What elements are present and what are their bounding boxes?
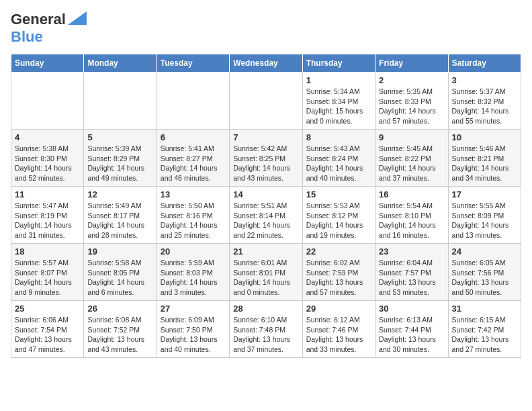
day-info: Sunrise: 5:37 AM Sunset: 8:32 PM Dayligh… [452,87,517,126]
week-row-3: 11Sunrise: 5:47 AM Sunset: 8:19 PM Dayli… [11,187,521,244]
day-info: Sunrise: 6:04 AM Sunset: 7:57 PM Dayligh… [379,258,444,298]
day-info: Sunrise: 6:12 AM Sunset: 7:46 PM Dayligh… [306,315,371,355]
logo-blue: Blue [11,28,43,45]
day-info: Sunrise: 5:51 AM Sunset: 8:14 PM Dayligh… [233,201,298,240]
calendar-cell [230,73,302,130]
calendar-cell: 24Sunrise: 6:05 AM Sunset: 7:56 PM Dayli… [448,244,521,301]
day-number: 23 [379,246,444,257]
day-info: Sunrise: 6:02 AM Sunset: 7:59 PM Dayligh… [306,258,371,298]
day-info: Sunrise: 5:55 AM Sunset: 8:09 PM Dayligh… [452,201,517,240]
day-info: Sunrise: 5:54 AM Sunset: 8:10 PM Dayligh… [379,201,444,240]
day-number: 7 [233,132,298,142]
day-info: Sunrise: 6:06 AM Sunset: 7:54 PM Dayligh… [15,315,80,355]
calendar-cell: 14Sunrise: 5:51 AM Sunset: 8:14 PM Dayli… [230,187,302,244]
calendar-cell: 5Sunrise: 5:39 AM Sunset: 8:29 PM Daylig… [84,130,157,187]
day-info: Sunrise: 6:15 AM Sunset: 7:42 PM Dayligh… [452,315,517,355]
day-info: Sunrise: 5:46 AM Sunset: 8:21 PM Dayligh… [452,144,517,183]
day-number: 11 [15,189,80,199]
logo-general: General [11,11,66,28]
calendar-cell: 2Sunrise: 5:35 AM Sunset: 8:33 PM Daylig… [375,73,448,130]
weekday-header-thursday: Thursday [302,54,375,73]
calendar-cell: 31Sunrise: 6:15 AM Sunset: 7:42 PM Dayli… [448,301,521,358]
day-number: 22 [306,246,371,257]
calendar-cell: 4Sunrise: 5:38 AM Sunset: 8:30 PM Daylig… [11,130,84,187]
calendar-cell: 21Sunrise: 6:01 AM Sunset: 8:01 PM Dayli… [230,244,302,301]
day-info: Sunrise: 5:38 AM Sunset: 8:30 PM Dayligh… [15,144,80,183]
calendar-cell: 30Sunrise: 6:13 AM Sunset: 7:44 PM Dayli… [375,301,448,358]
week-row-4: 18Sunrise: 5:57 AM Sunset: 8:07 PM Dayli… [11,244,521,301]
day-number: 30 [379,304,444,314]
calendar-cell: 3Sunrise: 5:37 AM Sunset: 8:32 PM Daylig… [448,73,521,130]
day-number: 26 [87,304,152,314]
week-row-5: 25Sunrise: 6:06 AM Sunset: 7:54 PM Dayli… [11,301,521,358]
day-number: 13 [161,189,226,199]
week-row-1: 1Sunrise: 5:34 AM Sunset: 8:34 PM Daylig… [11,73,521,130]
svg-marker-0 [68,11,87,25]
calendar-cell: 7Sunrise: 5:42 AM Sunset: 8:25 PM Daylig… [230,130,302,187]
day-number: 10 [452,132,517,142]
day-info: Sunrise: 5:53 AM Sunset: 8:12 PM Dayligh… [306,201,371,240]
day-number: 6 [161,132,226,142]
day-number: 15 [306,189,371,199]
day-info: Sunrise: 6:05 AM Sunset: 7:56 PM Dayligh… [452,258,517,298]
weekday-header-friday: Friday [375,54,448,73]
calendar-cell: 18Sunrise: 5:57 AM Sunset: 8:07 PM Dayli… [11,244,84,301]
calendar-cell: 13Sunrise: 5:50 AM Sunset: 8:16 PM Dayli… [157,187,229,244]
day-info: Sunrise: 6:10 AM Sunset: 7:48 PM Dayligh… [233,315,298,355]
day-number: 16 [379,189,444,199]
day-number: 28 [233,304,298,314]
weekday-header-row: SundayMondayTuesdayWednesdayThursdayFrid… [11,54,521,73]
day-number: 27 [161,304,226,314]
day-info: Sunrise: 5:42 AM Sunset: 8:25 PM Dayligh… [233,144,298,183]
day-info: Sunrise: 6:08 AM Sunset: 7:52 PM Dayligh… [87,315,152,355]
calendar-cell: 27Sunrise: 6:09 AM Sunset: 7:50 PM Dayli… [157,301,229,358]
calendar-table: SundayMondayTuesdayWednesdayThursdayFrid… [11,54,521,358]
day-info: Sunrise: 5:59 AM Sunset: 8:03 PM Dayligh… [161,258,226,298]
weekday-header-monday: Monday [84,54,157,73]
day-info: Sunrise: 6:09 AM Sunset: 7:50 PM Dayligh… [161,315,226,355]
day-number: 21 [233,246,298,257]
calendar-cell: 10Sunrise: 5:46 AM Sunset: 8:21 PM Dayli… [448,130,521,187]
calendar-cell: 25Sunrise: 6:06 AM Sunset: 7:54 PM Dayli… [11,301,84,358]
week-row-2: 4Sunrise: 5:38 AM Sunset: 8:30 PM Daylig… [11,130,521,187]
day-number: 3 [452,75,517,85]
day-number: 2 [379,75,444,85]
day-info: Sunrise: 5:58 AM Sunset: 8:05 PM Dayligh… [87,258,152,298]
calendar-cell: 17Sunrise: 5:55 AM Sunset: 8:09 PM Dayli… [448,187,521,244]
calendar-cell: 26Sunrise: 6:08 AM Sunset: 7:52 PM Dayli… [84,301,157,358]
calendar-cell: 20Sunrise: 5:59 AM Sunset: 8:03 PM Dayli… [157,244,229,301]
day-info: Sunrise: 6:13 AM Sunset: 7:44 PM Dayligh… [379,315,444,355]
calendar-cell: 15Sunrise: 5:53 AM Sunset: 8:12 PM Dayli… [302,187,375,244]
calendar-cell: 19Sunrise: 5:58 AM Sunset: 8:05 PM Dayli… [84,244,157,301]
day-info: Sunrise: 5:49 AM Sunset: 8:17 PM Dayligh… [87,201,152,240]
day-number: 29 [306,304,371,314]
day-number: 24 [452,246,517,257]
calendar-cell [84,73,157,130]
day-info: Sunrise: 5:41 AM Sunset: 8:27 PM Dayligh… [161,144,226,183]
day-number: 12 [87,189,152,199]
day-number: 17 [452,189,517,199]
day-number: 5 [87,132,152,142]
day-info: Sunrise: 5:47 AM Sunset: 8:19 PM Dayligh… [15,201,80,240]
day-number: 9 [379,132,444,142]
calendar-cell: 12Sunrise: 5:49 AM Sunset: 8:17 PM Dayli… [84,187,157,244]
day-info: Sunrise: 5:39 AM Sunset: 8:29 PM Dayligh… [87,144,152,183]
day-info: Sunrise: 5:57 AM Sunset: 8:07 PM Dayligh… [15,258,80,298]
day-number: 14 [233,189,298,199]
calendar-cell: 16Sunrise: 5:54 AM Sunset: 8:10 PM Dayli… [375,187,448,244]
calendar-cell: 28Sunrise: 6:10 AM Sunset: 7:48 PM Dayli… [230,301,302,358]
calendar-cell: 8Sunrise: 5:43 AM Sunset: 8:24 PM Daylig… [302,130,375,187]
logo-icon [68,11,87,25]
day-info: Sunrise: 5:43 AM Sunset: 8:24 PM Dayligh… [306,144,371,183]
day-info: Sunrise: 6:01 AM Sunset: 8:01 PM Dayligh… [233,258,298,298]
calendar-cell: 1Sunrise: 5:34 AM Sunset: 8:34 PM Daylig… [302,73,375,130]
weekday-header-tuesday: Tuesday [157,54,229,73]
logo: General Blue [11,11,87,46]
day-number: 4 [15,132,80,142]
calendar-cell: 29Sunrise: 6:12 AM Sunset: 7:46 PM Dayli… [302,301,375,358]
day-number: 1 [306,75,371,85]
weekday-header-wednesday: Wednesday [230,54,302,73]
calendar-cell [157,73,229,130]
calendar-cell [11,73,84,130]
weekday-header-saturday: Saturday [448,54,521,73]
